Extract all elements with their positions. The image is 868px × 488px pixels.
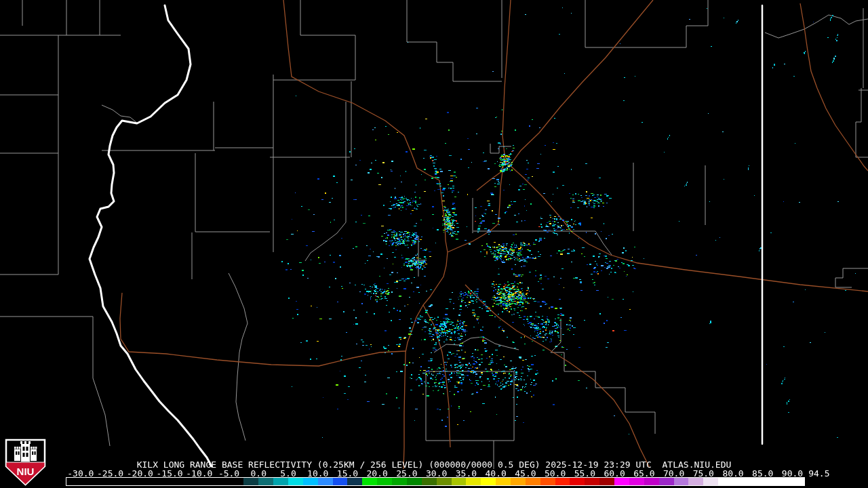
colorbar-segment bbox=[511, 478, 526, 485]
colorbar-segment bbox=[703, 478, 718, 485]
colorbar-segment bbox=[422, 478, 437, 485]
colorbar-segment bbox=[362, 478, 377, 485]
colorbar-segment bbox=[347, 478, 362, 485]
colorbar-segment bbox=[688, 478, 703, 485]
colorbar-segment bbox=[318, 478, 333, 485]
colorbar-segment bbox=[481, 478, 496, 485]
colorbar-tick-labels: -30.0-25.0-20.0-15.0-10.0-5.00.05.010.01… bbox=[0, 468, 868, 477]
colorbar-segment bbox=[466, 478, 481, 485]
colorbar-segment bbox=[496, 478, 511, 485]
colorbar-segment bbox=[452, 478, 467, 485]
colorbar-segment bbox=[407, 478, 422, 485]
colorbar-segment bbox=[377, 478, 392, 485]
colorbar-segment bbox=[718, 478, 804, 485]
colorbar-segment bbox=[555, 478, 570, 485]
colorbar-segment bbox=[614, 478, 629, 485]
radar-product-view: KILX LONG RANGE BASE REFLECTIVITY (0.25K… bbox=[0, 0, 868, 488]
colorbar-segment bbox=[570, 478, 585, 485]
colorbar-segment bbox=[273, 478, 288, 485]
colorbar-segment bbox=[258, 478, 273, 485]
reflectivity-colorbar bbox=[66, 477, 805, 486]
colorbar-segment bbox=[629, 478, 644, 485]
colorbar-segment bbox=[243, 478, 258, 485]
niu-logo: NIU bbox=[4, 438, 47, 487]
colorbar-segment bbox=[333, 478, 348, 485]
colorbar-segment bbox=[437, 478, 452, 485]
colorbar-segment bbox=[526, 478, 540, 485]
colorbar-segment bbox=[659, 478, 674, 485]
colorbar-segment bbox=[392, 478, 407, 485]
colorbar-segment bbox=[644, 478, 659, 485]
colorbar-segment bbox=[585, 478, 599, 485]
tick-label: 94.5 bbox=[808, 468, 829, 479]
colorbar-segment bbox=[599, 478, 614, 485]
colorbar-segment bbox=[288, 478, 303, 485]
radar-echoes-layer bbox=[0, 0, 868, 488]
colorbar-segment bbox=[303, 478, 318, 485]
niu-logo-text: NIU bbox=[17, 466, 35, 477]
colorbar-segment bbox=[674, 478, 689, 485]
colorbar-segment bbox=[540, 478, 555, 485]
